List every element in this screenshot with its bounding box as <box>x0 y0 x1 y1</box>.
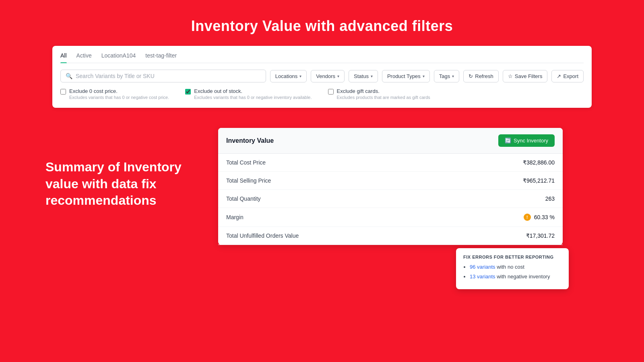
exclude-out-of-stock-item: Exclude out of stock. Excludes variants … <box>185 88 312 100</box>
fix-errors-list: 96 variants with no cost 13 variants wit… <box>463 263 561 280</box>
fix-errors-item-2: 13 variants with negative inventory <box>470 273 561 280</box>
fix-errors-title: FIX ERRORS FOR BETTER REPORTING <box>463 255 561 259</box>
tags-btn[interactable]: Tags ▾ <box>434 70 459 82</box>
exclude-out-of-stock-desc: Excludes variants that has 0 or negative… <box>194 95 312 100</box>
tab-tag-filter[interactable]: test-tag-filter <box>145 52 177 63</box>
tab-active[interactable]: Active <box>76 52 92 63</box>
exclude-zero-cost-label: Exclude 0 cost price. <box>69 88 169 94</box>
total-quantity-row: Total Quantity 263 <box>218 190 563 208</box>
refresh-btn[interactable]: ↻ Refresh <box>463 70 499 82</box>
unfulfilled-orders-row: Total Unfulfilled Orders Value ₹17,301.7… <box>218 227 563 245</box>
fix-errors-card: FIX ERRORS FOR BETTER REPORTING 96 varia… <box>456 248 569 289</box>
total-selling-price-label: Total Selling Price <box>226 177 271 184</box>
exclude-gift-cards-checkbox[interactable] <box>328 89 334 95</box>
fix-errors-item-1-suffix: with no cost <box>495 264 524 270</box>
sync-icon: 🔄 <box>505 138 511 144</box>
product-types-btn[interactable]: Product Types ▾ <box>382 70 430 82</box>
margin-value: ! 60.33 % <box>524 214 555 221</box>
exclude-gift-cards-label: Exclude gift cards. <box>337 88 430 94</box>
summary-text: Summary of Inventory value with data fix… <box>45 159 198 209</box>
exclude-gift-cards-desc: Excludes products that are marked as gif… <box>337 95 430 100</box>
save-filters-btn[interactable]: ☆ Save Filters <box>503 70 548 82</box>
page-title: Inventory Value with advanced filters <box>0 0 644 46</box>
96-variants-link[interactable]: 96 variants <box>470 264 495 270</box>
exclude-gift-cards-item: Exclude gift cards. Excludes products th… <box>328 88 430 100</box>
export-icon: ↗ <box>557 73 561 79</box>
sync-inventory-button[interactable]: 🔄 Sync Inventory <box>498 134 555 147</box>
star-icon: ☆ <box>508 73 513 79</box>
inventory-card: Inventory Value 🔄 Sync Inventory Total C… <box>218 128 563 245</box>
total-selling-price-value: ₹965,212.71 <box>523 177 555 184</box>
unfulfilled-orders-value: ₹17,301.72 <box>526 232 555 239</box>
chevron-down-icon: ▾ <box>423 74 425 78</box>
chevron-down-icon: ▾ <box>371 74 373 78</box>
total-quantity-label: Total Quantity <box>226 195 261 202</box>
13-variants-link[interactable]: 13 variants <box>470 274 495 280</box>
locations-btn[interactable]: Locations ▾ <box>270 70 307 82</box>
fix-errors-item-1: 96 variants with no cost <box>470 263 561 271</box>
vendors-btn[interactable]: Vendors ▾ <box>311 70 345 82</box>
inventory-card-header: Inventory Value 🔄 Sync Inventory <box>218 128 563 154</box>
tabs-container: All Active LocationA104 test-tag-filter <box>60 52 584 63</box>
total-cost-price-row: Total Cost Price ₹382,886.00 <box>218 154 563 172</box>
tab-location[interactable]: LocationA104 <box>101 52 136 63</box>
exclude-out-of-stock-checkbox[interactable] <box>185 89 191 95</box>
unfulfilled-orders-label: Total Unfulfilled Orders Value <box>226 232 299 239</box>
total-cost-price-label: Total Cost Price <box>226 159 266 166</box>
total-quantity-value: 263 <box>545 195 555 202</box>
refresh-icon: ↻ <box>469 73 473 79</box>
filter-row: 🔍 Locations ▾ Vendors ▾ Status ▾ Product… <box>60 70 584 82</box>
fix-errors-item-2-suffix: with negative inventory <box>495 274 550 280</box>
tab-all[interactable]: All <box>60 52 67 63</box>
exclude-out-of-stock-label: Exclude out of stock. <box>194 88 312 94</box>
chevron-down-icon: ▾ <box>337 74 339 78</box>
warning-icon: ! <box>524 214 531 221</box>
search-icon: 🔍 <box>66 73 72 79</box>
exclude-zero-cost-checkbox[interactable] <box>60 89 66 95</box>
search-wrapper: 🔍 <box>60 70 266 82</box>
margin-row: Margin ! 60.33 % <box>218 208 563 227</box>
filter-card: All Active LocationA104 test-tag-filter … <box>52 46 592 108</box>
checkbox-row: Exclude 0 cost price. Excludes variants … <box>60 88 584 100</box>
total-cost-price-value: ₹382,886.00 <box>523 159 555 166</box>
inventory-card-title: Inventory Value <box>226 137 274 144</box>
exclude-zero-cost-desc: Excludes variants that has 0 or negative… <box>69 95 169 100</box>
chevron-down-icon: ▾ <box>299 74 301 78</box>
total-selling-price-row: Total Selling Price ₹965,212.71 <box>218 172 563 190</box>
export-btn[interactable]: ↗ Export <box>551 70 584 82</box>
exclude-zero-cost-item: Exclude 0 cost price. Excludes variants … <box>60 88 169 100</box>
search-input[interactable] <box>76 73 261 79</box>
chevron-down-icon: ▾ <box>452 74 454 78</box>
status-btn[interactable]: Status ▾ <box>349 70 378 82</box>
margin-label: Margin <box>226 214 244 220</box>
